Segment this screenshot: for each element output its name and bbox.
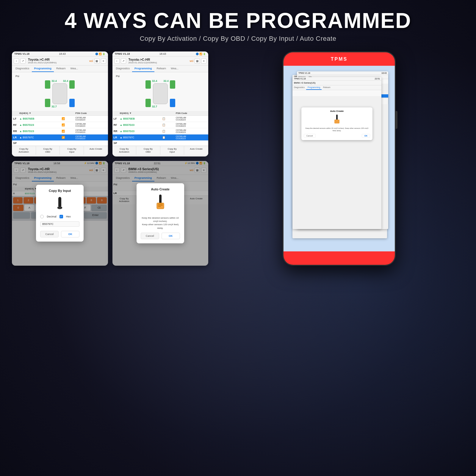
mini-time-front: 22:51 (375, 78, 380, 80)
mini-cancel-btn[interactable]: Cancel (304, 134, 316, 138)
mini-tabs-front: Diagnostics Programming Relearn (292, 85, 381, 90)
tab-wear-1[interactable]: Wea... (68, 65, 81, 72)
bookmark-btn-2[interactable]: ↗ (121, 58, 126, 64)
back-btn-2[interactable]: ‹ (114, 58, 120, 64)
cancel-btn-4[interactable]: Cancel (141, 233, 159, 239)
cell-wifi-sp-1 (60, 141, 74, 146)
val-fr-1: 32.4 (63, 79, 68, 82)
cell-psn-rf-2: C970EL4MCC018223 (175, 122, 208, 128)
status-bar-2: TPMS V1.18 18:43 🔵 📶 🔋 (112, 51, 209, 57)
ok-btn-3[interactable]: OK (61, 231, 79, 237)
svg-rect-0 (58, 197, 61, 207)
col-id-2: ID(HEX) ▼ (119, 111, 161, 116)
cell-copy-lr-2: 📋 (161, 134, 175, 141)
val-fr-2: 32.4 (163, 79, 169, 82)
mini-tab-diag-front: Diagnostics (292, 85, 306, 90)
radio-row-3: Decimal ✓ Hex (40, 215, 79, 218)
val-rl-2: 32.7 (152, 105, 157, 108)
cell-pos-rr-2: RR (112, 128, 119, 134)
cell-pos-rr-1: RR (12, 128, 18, 134)
cell-id1-lf-1: ▲ B5575EB (18, 116, 60, 122)
row-rr-1: RR ▲ B557D23 📶 C970EL4MCC018223 (12, 128, 108, 134)
mini-version-front: TPMS V1.18 (294, 78, 306, 80)
svg-rect-6 (158, 205, 163, 206)
back-btn-1[interactable]: ‹ (14, 58, 19, 64)
checkbox-hex-3[interactable]: ✓ (60, 215, 63, 218)
screenshot-1: TPMS V1.18 18:43 🔵 📶 🔋 ‹ ↗ Toyota->C-HR … (12, 51, 108, 156)
dialog-text-4: Keep the desired sensors within 10 cm(4 … (141, 216, 180, 230)
car-diagram-1: 32.4 32.4 32.7 (42, 79, 78, 109)
btn-copy-input-1[interactable]: Copy ByInput (60, 146, 84, 155)
tab-relearn-2[interactable]: Relearn (154, 65, 169, 72)
mini-dialog-btns: Cancel OK (304, 134, 370, 138)
vci-label-2: vci (190, 60, 193, 62)
tab-wear-2[interactable]: Wea... (168, 65, 181, 72)
bookmark-btn-1[interactable]: ↗ (20, 58, 26, 64)
label-decimal-3: Decimal (47, 215, 57, 218)
cell-id1-sp-2 (119, 141, 161, 146)
cell-pos-rf-2: RF (112, 122, 119, 128)
cell-copy-rf-2: 📋 (161, 122, 175, 128)
btn-copy-obd-2[interactable]: Copy ByOBD (136, 146, 160, 155)
ok-btn-4[interactable]: OK (162, 233, 180, 239)
dialog-overlay-3: Copy By Input Decimal ✓ Hex (12, 161, 108, 266)
btn-copy-activation-1[interactable]: Copy ByActivation (12, 146, 36, 155)
tab-relearn-1[interactable]: Relearn (54, 65, 68, 72)
cell-psn-sp-1 (74, 141, 108, 146)
mini-status-mid: TPMS V1.18 18:43 (297, 71, 388, 75)
mini-ss-front: TPMS V1.18 22:51 BMW->3 Series(US) Diagn… (292, 77, 381, 229)
mini-time-mid: 18:43 (381, 72, 387, 74)
tabs-1: Diagnostics Programming Relearn Wea... (12, 65, 108, 72)
btn-copy-activation-2[interactable]: Copy ByActivation (112, 146, 137, 155)
cell-psn-rr-2: C970EL4MCC018223 (175, 128, 208, 134)
mini-psi-front (292, 90, 381, 96)
col-psn-1: PSN Code (74, 111, 108, 116)
cell-id1-rr-1: ▲ B557D23 (18, 128, 60, 134)
tab-programming-1[interactable]: Programming (32, 65, 54, 72)
mini-nav-front: BMW->3 Series(US) (292, 81, 381, 85)
btn-auto-create-2[interactable]: Auto Create (184, 146, 208, 155)
tab-diagnostics-1[interactable]: Diagnostics (13, 65, 32, 72)
grid-btn-2[interactable]: ▦ (195, 58, 200, 64)
cell-psn-rr-1: C970EL4MCC018223 (74, 128, 108, 134)
page-header: 4 WAYS CAN BE PROGRAMMED Copy By Activat… (0, 0, 476, 46)
phone-screen-layer-3: TPMS V1.18 22:51 BMW->3 Series(US) Diagn… (292, 77, 381, 229)
btn-auto-create-1[interactable]: Auto Create (84, 146, 108, 155)
main-content: TPMS V1.18 18:43 🔵 📶 🔋 ‹ ↗ Toyota->C-HR … (0, 46, 476, 272)
cell-id1-rf-1: ▲ B557D23 (18, 122, 60, 128)
psi-label-2: Psi (115, 75, 206, 78)
tire-fl-2 (145, 80, 151, 89)
psi-label-1: Psi (14, 75, 106, 78)
menu-btn-2[interactable]: ≡ (201, 58, 206, 64)
phone-side-button[interactable] (395, 111, 397, 129)
status-icons-2: 🔵 📶 🔋 (196, 53, 206, 55)
time-1: 18:43 (59, 52, 66, 55)
tire-fr-2 (170, 80, 175, 89)
app-version-2: TPMS V1.18 (115, 52, 130, 55)
id-input-3[interactable] (40, 221, 79, 227)
cell-pos-lf-2: LF (112, 116, 119, 122)
tab-diagnostics-2[interactable]: Diagnostics (114, 65, 132, 72)
svg-rect-3 (159, 195, 162, 203)
menu-btn-1[interactable]: ≡ (101, 58, 106, 64)
tire-rl-2 (145, 99, 151, 107)
btn-copy-input-2[interactable]: Copy ByInput (160, 146, 184, 155)
col-icon-2 (161, 111, 175, 116)
grid-btn-1[interactable]: ▦ (94, 58, 100, 64)
app-version-1: TPMS V1.18 (14, 52, 29, 55)
cell-wifi-rf-1: 📶 (60, 122, 74, 128)
dialog-title-3: Copy By Input (40, 189, 79, 192)
btn-copy-obd-1[interactable]: Copy ByOBD (36, 146, 60, 155)
row-rf-2: RF ▲ B557D23 📋 C970EL4MCC018223 (112, 122, 209, 128)
row-lf-1: LF ▲ B5575EB 📶 C970EL4MCC018223 (12, 116, 108, 122)
tab-programming-2[interactable]: Programming (132, 65, 154, 72)
dialog-buttons-4: Cancel OK (141, 233, 180, 239)
bottom-buttons-1: Copy ByActivation Copy ByOBD Copy ByInpu… (12, 146, 108, 155)
nav-bar-1: ‹ ↗ Toyota->C-HR 2016-01-2021/12(433MHz)… (12, 57, 108, 65)
radio-decimal-3[interactable] (40, 215, 44, 218)
cell-pos-sp-2: SP (112, 141, 119, 146)
car-body-2 (153, 83, 168, 104)
cancel-btn-3[interactable]: Cancel (40, 231, 59, 237)
mini-tab-prog-front: Programming (306, 85, 322, 90)
mini-ok-btn[interactable]: OK (362, 134, 370, 138)
